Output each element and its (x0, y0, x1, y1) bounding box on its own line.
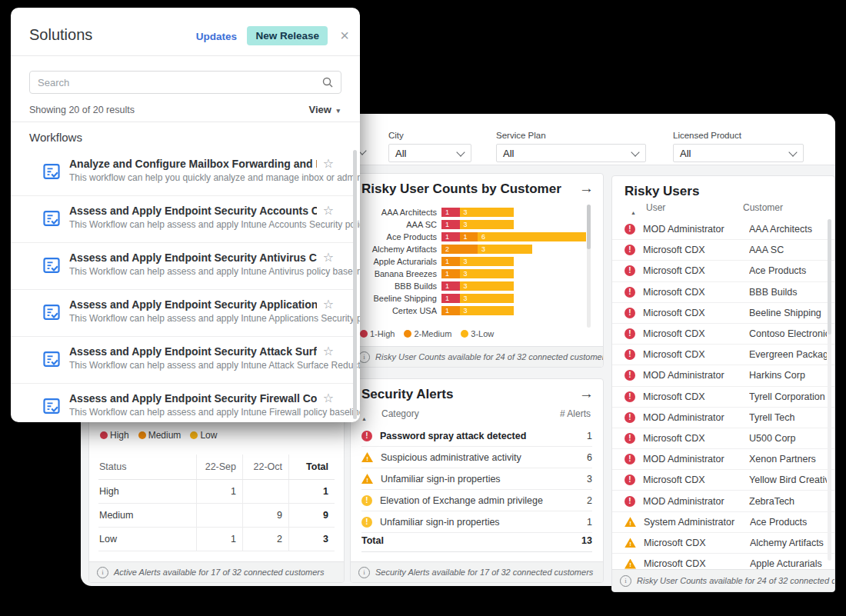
bar-segment-1-high: 1 (441, 208, 460, 217)
active-alerts-footer: Active Alerts available for 17 of 32 con… (89, 561, 344, 582)
legend-dot (404, 330, 411, 338)
legend-item: High (100, 430, 129, 441)
stacked-bar: 13 (441, 220, 514, 229)
filter-label: Service Plan (496, 131, 646, 140)
star-icon[interactable]: ☆ (323, 158, 334, 170)
solutions-scrollbar-thumb[interactable] (353, 150, 357, 419)
bar-segment-3-low: 3 (460, 208, 515, 217)
workflow-item[interactable]: Assess and Apply Endpoint Security Antiv… (11, 243, 354, 290)
customer-cell: Xenon Partners (749, 454, 827, 464)
severity-icon (361, 495, 372, 506)
chart-category-label: Ace Products (357, 232, 441, 241)
view-dropdown[interactable]: View ▾ (308, 104, 340, 115)
filter-label: City (388, 131, 471, 140)
stacked-bar: 13 (441, 294, 514, 303)
severity-icon (625, 308, 635, 318)
user-cell: Microsoft CDX (643, 474, 741, 485)
workflow-title: Assess and Apply Endpoint Security Attac… (69, 345, 317, 358)
chart-row: Banana Breezes13 (357, 268, 589, 280)
severity-icon (625, 328, 635, 339)
footer-text: Risky User Counts available for 24 of 32… (375, 352, 603, 361)
chart-scrollbar-thumb[interactable] (587, 205, 591, 249)
search-input[interactable] (29, 71, 341, 94)
alert-count: 1 (587, 517, 592, 528)
chart-category-label: Alchemy Artifacts (357, 245, 441, 254)
chart-category-label: Certex USA (357, 306, 441, 315)
bar-segment-3-low: 6 (478, 232, 586, 241)
info-icon (358, 567, 370, 578)
risky-scrollbar-thumb[interactable] (828, 219, 831, 335)
star-icon[interactable]: ☆ (323, 251, 334, 264)
star-icon[interactable]: ☆ (323, 298, 334, 311)
footer-text: Risky User Counts available for 24 of 32… (637, 576, 834, 585)
workflow-description: This Workflow can help assess and apply … (69, 313, 360, 324)
view-label: View (308, 104, 331, 115)
city-select[interactable]: All (388, 144, 471, 162)
open-arrow-icon[interactable]: → (579, 180, 594, 197)
risky-scrollbar-track[interactable] (828, 219, 831, 561)
chart-scrollbar-track[interactable] (587, 205, 591, 328)
chevron-down-icon (631, 148, 639, 156)
stacked-bar: 13 (441, 208, 514, 217)
col-category[interactable]: Category (381, 408, 419, 419)
oct-cell (243, 480, 289, 504)
severity-icon (361, 517, 372, 528)
user-cell: MOD Administrator (643, 496, 741, 507)
alert-count: 2 (587, 495, 592, 506)
workflow-doc-check-icon (42, 349, 62, 372)
stacked-bar: 13 (441, 281, 514, 291)
workflow-item[interactable]: Assess and Apply Endpoint Security Attac… (11, 337, 354, 384)
security-alerts-footer: Security Alerts available for 17 of 32 c… (351, 561, 603, 582)
alert-count: 1 (587, 431, 592, 441)
workflow-item[interactable]: Assess and Apply Endpoint Security Accou… (11, 196, 354, 243)
chart-footer: Risky User Counts available for 24 of 32… (351, 346, 603, 367)
licensed-product-select[interactable]: All (673, 144, 804, 162)
alert-count: 3 (587, 474, 592, 484)
alert-category: Password spray attack detected (380, 431, 579, 441)
chart-category-label: Beeline Shipping (357, 294, 441, 303)
star-icon[interactable]: ☆ (323, 345, 334, 358)
customer-cell: AAA Architects (749, 224, 827, 235)
user-cell: Microsoft CDX (644, 538, 742, 548)
bar-segment-1-high: 1 (441, 232, 460, 241)
customer-cell: AAA SC (749, 245, 827, 255)
filter-service-plan: Service Plan All (496, 131, 646, 162)
licensed-product-select-value: All (680, 148, 691, 159)
workflow-text: Assess and Apply Endpoint Security Accou… (69, 205, 334, 231)
legend-item: Medium (138, 430, 182, 441)
user-cell: Microsoft CDX (643, 349, 741, 360)
col-alert-count[interactable]: # Alerts (560, 408, 591, 419)
risky-users-rows: MOD Administrator AAA Architects Microso… (612, 219, 834, 574)
severity-icon (625, 454, 635, 464)
chart-category-label: Banana Breezes (357, 269, 441, 278)
legend-label: Low (200, 430, 217, 441)
alert-count: 6 (587, 452, 592, 463)
workflow-item[interactable]: Assess and Apply Endpoint Security Appli… (11, 290, 354, 337)
severity-icon (625, 349, 635, 360)
user-cell: Microsoft CDX (643, 287, 741, 298)
active-alerts-legend: High Medium Low (100, 430, 217, 441)
workflow-item[interactable]: Assess and Apply Endpoint Security Firew… (11, 384, 354, 422)
star-icon[interactable]: ☆ (323, 205, 334, 217)
updates-link[interactable]: Updates (196, 31, 237, 42)
open-arrow-icon[interactable]: → (579, 385, 594, 402)
divider (11, 122, 360, 122)
risky-users-card: Risky Users ▲ User Customer MOD Administ… (611, 175, 835, 592)
sep-cell: 1 (197, 480, 243, 504)
col-user[interactable]: User (646, 202, 665, 213)
chart-row: BBB Builds13 (357, 280, 589, 292)
service-plan-select[interactable]: All (496, 144, 646, 162)
col-customer[interactable]: Customer (743, 202, 783, 213)
star-icon[interactable]: ☆ (323, 392, 334, 405)
sort-asc-icon[interactable]: ▲ (631, 210, 636, 215)
sort-asc-icon[interactable]: ▲ (361, 416, 367, 421)
chart-category-label: Apple Acturarials (357, 257, 441, 266)
close-icon[interactable]: × (340, 28, 349, 43)
new-release-badge: New Release (247, 26, 328, 45)
security-alerts-title: Security Alerts (361, 387, 453, 402)
col-sep: 22-Sep (197, 455, 243, 480)
severity-icon (625, 538, 636, 548)
workflow-item[interactable]: Analyze and Configure Mailbox Forwarding… (11, 149, 354, 196)
solutions-panel: Solutions Updates New Release × Showing … (11, 8, 360, 422)
legend-dot (360, 330, 368, 338)
